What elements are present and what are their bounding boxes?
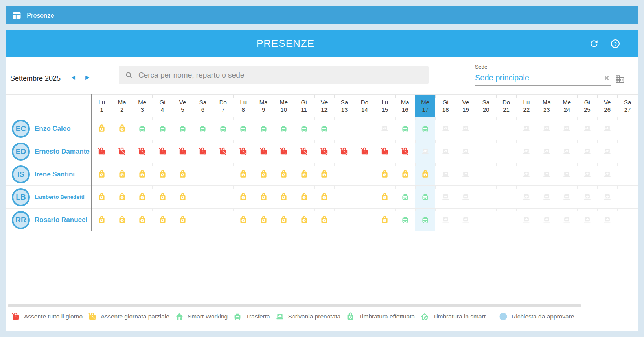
grid-cell[interactable]: [112, 140, 132, 163]
grid-cell[interactable]: [294, 163, 314, 185]
grid-cell[interactable]: [395, 117, 415, 140]
grid-cell[interactable]: [435, 209, 455, 231]
help-icon[interactable]: ?: [610, 39, 620, 49]
grid-cell[interactable]: [476, 117, 496, 140]
grid-cell[interactable]: [254, 186, 274, 208]
sede-value[interactable]: Sede principale: [475, 73, 602, 82]
grid-cell[interactable]: [597, 140, 617, 163]
grid-cell[interactable]: [516, 140, 536, 163]
grid-cell[interactable]: [294, 117, 314, 140]
day-header[interactable]: Lu8: [233, 95, 253, 117]
grid-cell[interactable]: [516, 117, 536, 140]
day-header[interactable]: Sa13: [334, 95, 354, 117]
grid-cell[interactable]: [557, 186, 577, 208]
grid-cell[interactable]: [415, 140, 435, 163]
grid-cell[interactable]: [233, 209, 253, 231]
employee-name[interactable]: Rosario Ranucci: [35, 216, 87, 224]
day-header[interactable]: Sa27: [617, 95, 637, 117]
grid-cell[interactable]: [233, 117, 253, 140]
grid-cell[interactable]: [132, 140, 152, 163]
grid-cell[interactable]: [92, 209, 112, 231]
grid-cell[interactable]: [254, 117, 274, 140]
grid-cell[interactable]: [375, 140, 395, 163]
grid-cell[interactable]: [173, 209, 193, 231]
grid-cell[interactable]: [152, 117, 172, 140]
grid-cell[interactable]: [334, 140, 354, 163]
grid-cell[interactable]: [415, 209, 435, 231]
grid-cell[interactable]: [617, 186, 637, 208]
grid-cell[interactable]: [233, 186, 253, 208]
grid-cell[interactable]: [314, 163, 334, 185]
grid-cell[interactable]: [132, 186, 152, 208]
grid-cell[interactable]: [456, 186, 476, 208]
grid-cell[interactable]: [92, 163, 112, 185]
grid-cell[interactable]: [112, 186, 132, 208]
grid-cell[interactable]: [314, 140, 334, 163]
grid-cell[interactable]: [435, 140, 455, 163]
grid-cell[interactable]: [496, 117, 516, 140]
grid-cell[interactable]: [577, 163, 597, 185]
day-header[interactable]: Gi4: [152, 95, 172, 117]
day-header-selected[interactable]: Me17: [415, 95, 435, 117]
grid-cell[interactable]: [496, 186, 516, 208]
grid-cell[interactable]: [254, 140, 274, 163]
grid-cell[interactable]: [132, 117, 152, 140]
grid-cell[interactable]: [314, 186, 334, 208]
grid-cell[interactable]: [537, 186, 557, 208]
grid-cell[interactable]: [435, 186, 455, 208]
grid-cell[interactable]: [456, 209, 476, 231]
grid-cell[interactable]: [314, 209, 334, 231]
grid-cell[interactable]: [355, 117, 375, 140]
grid-cell[interactable]: [597, 117, 617, 140]
grid-cell[interactable]: [132, 209, 152, 231]
grid-cell[interactable]: [597, 186, 617, 208]
grid-cell[interactable]: [415, 117, 435, 140]
day-header[interactable]: Ma2: [112, 95, 132, 117]
grid-cell[interactable]: [193, 117, 213, 140]
day-header[interactable]: Gi18: [435, 95, 455, 117]
grid-cell[interactable]: [173, 186, 193, 208]
grid-cell[interactable]: [173, 140, 193, 163]
refresh-icon[interactable]: [589, 39, 599, 49]
grid-cell[interactable]: [294, 140, 314, 163]
day-header[interactable]: Me3: [132, 95, 152, 117]
building-icon[interactable]: [615, 74, 625, 84]
grid-cell[interactable]: [415, 186, 435, 208]
grid-cell[interactable]: [597, 163, 617, 185]
grid-cell[interactable]: [557, 140, 577, 163]
day-header[interactable]: Lu1: [92, 95, 112, 117]
grid-cell[interactable]: [435, 117, 455, 140]
day-header[interactable]: Ve26: [597, 95, 617, 117]
grid-cell[interactable]: [496, 209, 516, 231]
horizontal-scrollbar[interactable]: [8, 304, 581, 307]
prev-month-button[interactable]: ◀: [71, 73, 75, 81]
grid-cell[interactable]: [355, 163, 375, 185]
grid-cell[interactable]: [314, 117, 334, 140]
grid-cell[interactable]: [213, 117, 233, 140]
day-header[interactable]: Lu22: [516, 95, 536, 117]
grid-cell[interactable]: [213, 140, 233, 163]
day-header[interactable]: Gi25: [577, 95, 597, 117]
grid-cell[interactable]: [254, 209, 274, 231]
grid-cell[interactable]: [577, 186, 597, 208]
grid-cell[interactable]: [456, 117, 476, 140]
day-header[interactable]: Do7: [213, 95, 233, 117]
grid-cell[interactable]: [152, 140, 172, 163]
grid-cell[interactable]: [476, 163, 496, 185]
day-header[interactable]: Me24: [557, 95, 577, 117]
grid-cell[interactable]: [92, 186, 112, 208]
grid-cell[interactable]: [193, 163, 213, 185]
grid-cell[interactable]: [375, 163, 395, 185]
grid-cell[interactable]: [395, 186, 415, 208]
grid-cell[interactable]: [617, 209, 637, 231]
grid-cell[interactable]: [537, 140, 557, 163]
grid-cell[interactable]: [254, 163, 274, 185]
day-header[interactable]: Me10: [274, 95, 294, 117]
next-month-button[interactable]: ▶: [85, 73, 90, 81]
grid-cell[interactable]: [213, 163, 233, 185]
search-input[interactable]: [138, 70, 423, 80]
day-header[interactable]: Gi11: [294, 95, 314, 117]
employee-name[interactable]: Ernesto Damante: [35, 148, 90, 156]
grid-cell[interactable]: [193, 140, 213, 163]
day-header[interactable]: Do14: [355, 95, 375, 117]
